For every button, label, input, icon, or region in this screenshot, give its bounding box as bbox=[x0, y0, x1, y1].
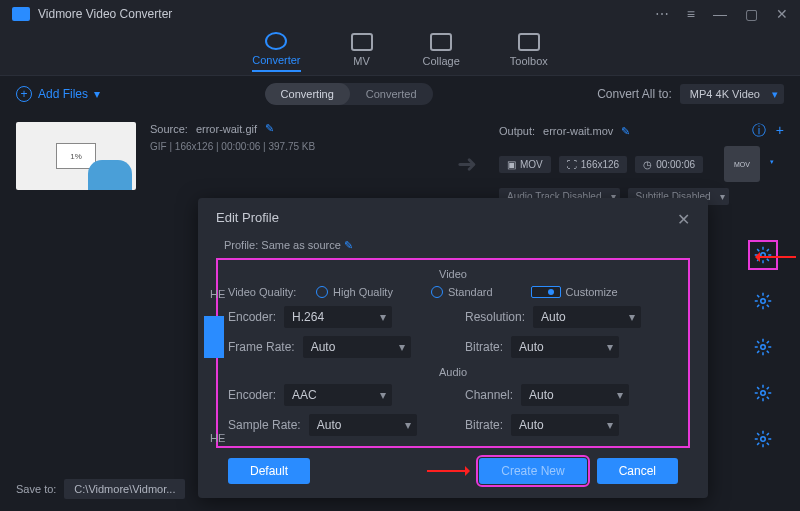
tab-mv[interactable]: MV bbox=[351, 33, 373, 71]
bitrate-label: Bitrate: bbox=[465, 340, 503, 354]
out-duration-pill[interactable]: ◷ 00:00:06 bbox=[635, 156, 703, 173]
audio-encoder-label: Encoder: bbox=[228, 388, 276, 402]
tab-converted[interactable]: Converted bbox=[350, 83, 433, 105]
resolution-select[interactable]: Auto bbox=[533, 306, 641, 328]
radio-standard[interactable]: Standard bbox=[431, 286, 493, 298]
create-new-button[interactable]: Create New bbox=[479, 458, 586, 484]
audio-bitrate-label: Bitrate: bbox=[465, 418, 503, 432]
video-section-header: Video bbox=[228, 268, 678, 280]
convert-all-format-select[interactable]: MP4 4K Video bbox=[680, 84, 784, 104]
radio-customize[interactable]: Customize bbox=[531, 286, 618, 298]
svg-point-4 bbox=[761, 437, 766, 442]
channel-label: Channel: bbox=[465, 388, 513, 402]
save-path-field[interactable]: C:\Vidmore\Vidmor... bbox=[64, 479, 185, 499]
radio-high-quality[interactable]: High Quality bbox=[316, 286, 393, 298]
convert-toggle: Converting Converted bbox=[265, 83, 433, 105]
menu-icon[interactable]: ≡ bbox=[687, 6, 695, 22]
minimize-button[interactable]: — bbox=[713, 6, 727, 22]
feedback-icon[interactable]: ⋯ bbox=[655, 6, 669, 22]
add-files-button[interactable]: + Add Files ▾ bbox=[16, 86, 100, 102]
file-thumbnail[interactable]: 1% bbox=[16, 122, 136, 190]
convert-all-group: Convert All to: MP4 4K Video bbox=[597, 84, 784, 104]
edit-source-icon[interactable]: ✎ bbox=[265, 122, 274, 135]
source-filename: error-wait.gif bbox=[196, 123, 257, 135]
annotation-arrow bbox=[427, 470, 469, 472]
thumb-graphic bbox=[88, 160, 132, 190]
edit-profile-icon[interactable]: ✎ bbox=[344, 239, 353, 251]
settings-gear-column bbox=[752, 244, 774, 450]
channel-select[interactable]: Auto bbox=[521, 384, 629, 406]
format-item-selected[interactable] bbox=[204, 316, 224, 358]
cancel-button[interactable]: Cancel bbox=[597, 458, 678, 484]
maximize-button[interactable]: ▢ bbox=[745, 6, 758, 22]
format-item[interactable]: HE bbox=[210, 432, 225, 444]
encoder-label: Encoder: bbox=[228, 310, 276, 324]
tab-label: Toolbox bbox=[510, 55, 548, 67]
close-button[interactable]: ✕ bbox=[776, 6, 788, 22]
audio-bitrate-select[interactable]: Auto bbox=[511, 414, 619, 436]
app-logo-icon bbox=[12, 7, 30, 21]
tab-toolbox[interactable]: Toolbox bbox=[510, 33, 548, 71]
tab-label: Collage bbox=[423, 55, 460, 67]
toolbar: + Add Files ▾ Converting Converted Conve… bbox=[0, 76, 800, 112]
arrow-right-icon: ➜ bbox=[457, 150, 477, 178]
source-label: Source: bbox=[150, 123, 188, 135]
output-filename: error-wait.mov bbox=[543, 125, 613, 137]
quality-label: Video Quality: bbox=[228, 286, 306, 298]
modal-close-icon[interactable]: ✕ bbox=[677, 210, 690, 229]
gear-icon[interactable] bbox=[752, 336, 774, 358]
mv-icon bbox=[351, 33, 373, 51]
edit-profile-modal: Edit Profile ✕ Profile: Same as source ✎… bbox=[198, 198, 708, 498]
out-dims-pill[interactable]: ⛶ 166x126 bbox=[559, 156, 627, 173]
toolbox-icon bbox=[518, 33, 540, 51]
save-to-label: Save to: bbox=[16, 483, 56, 495]
profile-label: Profile: bbox=[224, 239, 258, 251]
plus-icon: + bbox=[16, 86, 32, 102]
chevron-down-icon: ▾ bbox=[94, 87, 100, 101]
info-icon[interactable]: ⓘ bbox=[752, 122, 766, 140]
video-bitrate-select[interactable]: Auto bbox=[511, 336, 619, 358]
tab-label: Converter bbox=[252, 54, 300, 66]
convert-all-label: Convert All to: bbox=[597, 87, 672, 101]
framerate-label: Frame Rate: bbox=[228, 340, 295, 354]
default-button[interactable]: Default bbox=[228, 458, 310, 484]
app-title: Vidmore Video Converter bbox=[38, 7, 172, 21]
file-meta: GIF | 166x126 | 00:00:06 | 397.75 KB bbox=[150, 141, 435, 152]
format-item[interactable]: HE bbox=[210, 288, 225, 300]
collage-icon bbox=[430, 33, 452, 51]
modal-title: Edit Profile bbox=[216, 210, 279, 229]
gear-icon[interactable] bbox=[752, 382, 774, 404]
annotation-arrow bbox=[756, 256, 796, 258]
audio-encoder-select[interactable]: AAC bbox=[284, 384, 392, 406]
tab-converting[interactable]: Converting bbox=[265, 83, 350, 105]
edit-output-icon[interactable]: ✎ bbox=[621, 125, 630, 138]
audio-section-header: Audio bbox=[228, 366, 678, 378]
add-files-label: Add Files bbox=[38, 87, 88, 101]
add-output-icon[interactable]: + bbox=[776, 122, 784, 140]
tab-converter[interactable]: Converter bbox=[252, 32, 300, 72]
svg-point-2 bbox=[761, 345, 766, 350]
profile-value: Same as source bbox=[261, 239, 340, 251]
title-bar: Vidmore Video Converter ⋯ ≡ — ▢ ✕ bbox=[0, 0, 800, 28]
gear-icon[interactable] bbox=[752, 428, 774, 450]
framerate-select[interactable]: Auto bbox=[303, 336, 411, 358]
out-format-pill[interactable]: ▣ MOV bbox=[499, 156, 551, 173]
samplerate-select[interactable]: Auto bbox=[309, 414, 417, 436]
svg-point-3 bbox=[761, 391, 766, 396]
profile-settings-box: Video Video Quality: High Quality Standa… bbox=[216, 258, 690, 448]
output-format-button[interactable]: MOV bbox=[724, 146, 760, 182]
converter-icon bbox=[265, 32, 287, 50]
tab-collage[interactable]: Collage bbox=[423, 33, 460, 71]
svg-point-1 bbox=[761, 299, 766, 304]
output-label: Output: bbox=[499, 125, 535, 137]
gear-icon[interactable] bbox=[752, 290, 774, 312]
tab-label: MV bbox=[353, 55, 370, 67]
resolution-label: Resolution: bbox=[465, 310, 525, 324]
samplerate-label: Sample Rate: bbox=[228, 418, 301, 432]
main-tabs: Converter MV Collage Toolbox bbox=[0, 28, 800, 76]
save-to-row: Save to: C:\Vidmore\Vidmor... bbox=[16, 479, 185, 499]
video-encoder-select[interactable]: H.264 bbox=[284, 306, 392, 328]
